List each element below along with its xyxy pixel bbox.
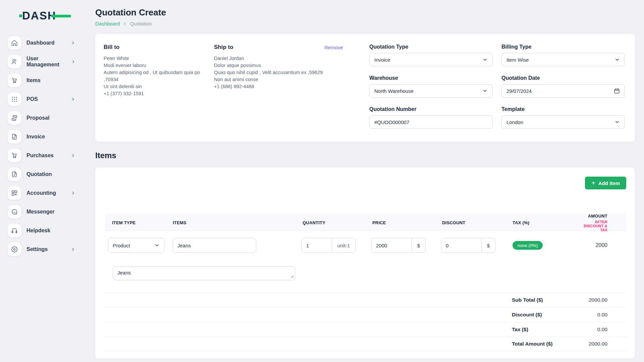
quantity-unit-suffix: unit-1 (332, 238, 355, 252)
totals-block: Sub Total ($) 2000.00 Discount ($) 0.00 … (105, 292, 626, 351)
items-table: ITEM TYPE ITEMS QUANTITY PRICE DISCOUNT … (105, 214, 626, 351)
warehouse-value: North Warehouse (374, 88, 414, 94)
gear-icon (8, 243, 21, 256)
col-header-discount: DISCOUNT (439, 220, 509, 225)
sidebar-item-label: Dashboard (26, 40, 55, 46)
discount-group: $ (441, 238, 495, 253)
price-group: $ (371, 238, 426, 253)
breadcrumb-chevron-icon (123, 22, 127, 26)
remove-address-link[interactable]: Remove (324, 45, 343, 50)
home-icon (8, 36, 21, 50)
sidebar-item-accounting[interactable]: Accounting (8, 186, 89, 200)
chevron-down-icon (154, 243, 160, 248)
grand-total-label: Total Amount ($) (512, 341, 552, 347)
quotation-type-field: Quotation Type Invoice (369, 44, 493, 66)
bill-to-line: Ut sint deleniti sin (104, 83, 214, 90)
template-value: London (506, 119, 523, 125)
add-item-button[interactable]: + Add item (585, 177, 626, 189)
item-description-textarea[interactable]: Jeans (113, 266, 295, 280)
ship-to-line: Dolor atque possimus (214, 62, 324, 69)
items-section-heading: Items (95, 151, 635, 160)
sidebar-item-label: POS (26, 96, 38, 102)
sidebar-item-invoice[interactable]: Invoice (8, 130, 89, 143)
sidebar-item-settings[interactable]: Settings (8, 243, 89, 256)
quotation-date-label: Quotation Date (501, 75, 625, 81)
page-title: Quotation Create (95, 7, 635, 18)
quotation-type-select[interactable]: Invoice (369, 53, 493, 66)
price-input[interactable] (372, 238, 412, 252)
col-header-tax: TAX (%) (509, 220, 577, 225)
bill-to-phone: +1 (377) 332-1591 (104, 90, 214, 97)
headset-icon (8, 224, 21, 237)
item-type-select[interactable]: Product (108, 238, 164, 253)
col-header-amount: AMOUNT AFTER DISCOUNT & TAX (577, 214, 626, 232)
app-logo[interactable]: DASH (22, 9, 79, 22)
discount-input[interactable] (441, 238, 482, 252)
tax-cell: none (0%) (509, 241, 577, 250)
tax-badge[interactable]: none (0%) (513, 241, 543, 250)
quantity-input[interactable] (302, 238, 332, 252)
resize-handle-icon[interactable] (290, 275, 294, 278)
quotation-details-card: Bill to Peter White Modi eveniet laboru … (95, 34, 635, 142)
amount-header-main: AMOUNT (577, 214, 607, 219)
tax-total-row: Tax ($) 0.00 (105, 322, 626, 337)
subtotal-label: Sub Total ($) (512, 297, 543, 303)
price-currency-suffix: $ (412, 238, 425, 252)
billing-type-label: Billing Type (501, 44, 625, 50)
chevron-right-icon (71, 191, 75, 195)
chevron-down-icon (482, 88, 488, 94)
tax-total-label: Tax ($) (512, 326, 528, 333)
chevron-down-icon (614, 119, 620, 125)
chevron-down-icon (482, 57, 488, 62)
billing-type-field: Billing Type Item Wise (501, 44, 625, 66)
amount-cell: 2000 (577, 242, 626, 248)
quotation-number-input[interactable] (369, 115, 493, 129)
calendar-icon (614, 88, 620, 94)
remove-address-block: Remove (324, 44, 369, 51)
sidebar-item-messenger[interactable]: Messenger (8, 205, 89, 219)
amount-header-sub: AFTER DISCOUNT & TAX (577, 220, 607, 232)
discount-total-label: Discount ($) (512, 312, 542, 318)
billing-type-select[interactable]: Item Wise (501, 53, 625, 66)
subtotal-row: Sub Total ($) 2000.00 (105, 292, 626, 307)
template-select[interactable]: London (501, 115, 625, 129)
col-header-quantity: QUANTITY (300, 220, 369, 225)
chevron-right-icon (71, 153, 75, 158)
quotation-date-field: Quotation Date 29/07/2024 (501, 75, 625, 98)
sidebar-item-user-management[interactable]: User Management (8, 55, 89, 68)
main-content: Quotation Create Dashboard Quotation Bil… (89, 0, 644, 362)
billing-type-value: Item Wise (506, 57, 529, 63)
sidebar-item-proposal[interactable]: Proposal (8, 111, 89, 125)
discount-total-row: Discount ($) 0.00 (105, 307, 626, 322)
sidebar-item-label: User Management (26, 56, 71, 68)
quotation-number-label: Quotation Number (369, 106, 493, 112)
logo-bar-accent (51, 15, 71, 17)
warehouse-field: Warehouse North Warehouse (369, 75, 493, 98)
quotation-date-input[interactable]: 29/07/2024 (501, 84, 625, 98)
bill-to-name: Peter White (104, 55, 214, 62)
item-type-cell: Product (105, 238, 170, 253)
sidebar-item-label: Items (26, 77, 41, 83)
sidebar-item-pos[interactable]: POS (8, 93, 89, 106)
bill-to-line: Autem adipisicing od , Ut quibusdam quia… (104, 69, 214, 83)
breadcrumb-dashboard-link[interactable]: Dashboard (95, 21, 120, 26)
sidebar-item-label: Purchases (26, 153, 54, 159)
sidebar-item-quotation[interactable]: Quotation (8, 168, 89, 181)
ship-to-name: Daniel Jordan (214, 55, 324, 62)
sidebar-item-dashboard[interactable]: Dashboard (8, 36, 89, 50)
quotation-type-value: Invoice (374, 57, 390, 63)
discount-currency-suffix: $ (482, 238, 495, 252)
sidebar-item-items[interactable]: Items (8, 74, 89, 87)
warehouse-select[interactable]: North Warehouse (369, 84, 493, 98)
quotation-number-field: Quotation Number (369, 106, 493, 129)
plus-icon: + (591, 180, 595, 186)
bill-to-line: Modi eveniet laboru (104, 62, 214, 69)
item-name-input[interactable] (173, 238, 256, 253)
swap-boxes-icon (8, 111, 21, 125)
sidebar-item-helpdesk[interactable]: Helpdesk (8, 224, 89, 237)
sidebar-item-purchases[interactable]: Purchases (8, 149, 89, 162)
quotation-form: Quotation Type Invoice Billing Type Item… (369, 44, 625, 129)
invoice-document-icon (8, 130, 21, 143)
logo-dot-accent (19, 14, 22, 17)
purchases-cart-icon (8, 149, 21, 162)
